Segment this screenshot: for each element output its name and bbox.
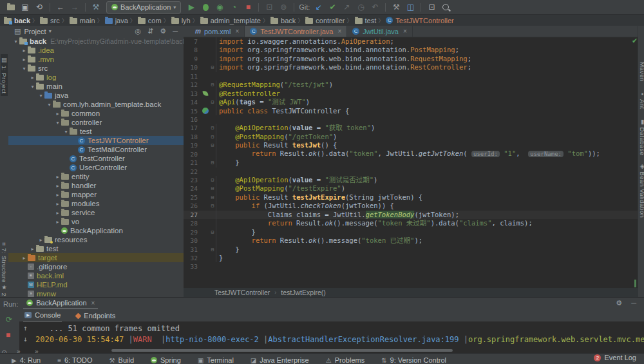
fold-icon[interactable]: ⊟ — [209, 141, 216, 149]
rollback-icon[interactable]: ↶ — [370, 1, 380, 13]
horizontal-scrollbar[interactable] — [111, 349, 453, 352]
line-number[interactable]: 32 — [184, 254, 201, 262]
toolwindow-button-9versioncontrol[interactable]: ⇅9: Version Control — [381, 356, 446, 364]
tree-item-entity[interactable]: ▸entity — [8, 172, 184, 181]
fold-icon[interactable]: ⊟ — [209, 245, 216, 254]
breadcrumb-item-controller[interactable]: controller — [305, 17, 345, 24]
project-panel-title[interactable]: Project — [24, 28, 46, 35]
expanded-arrow-icon[interactable]: ▾ — [29, 84, 36, 90]
event-log[interactable]: 2 Event Log — [594, 354, 636, 361]
search-icon[interactable] — [440, 1, 451, 13]
expanded-arrow-icon[interactable]: ▾ — [46, 102, 53, 108]
run-icon[interactable]: ▶ — [186, 1, 196, 13]
tree-item-HELP.md[interactable]: MHELP.md — [8, 280, 184, 289]
tree-item-service[interactable]: ▸service — [8, 208, 184, 217]
hide-panel-icon[interactable]: ─ — [173, 27, 178, 35]
wrench-icon[interactable]: ⚒ — [391, 1, 401, 13]
fold-icon[interactable]: ⊟ — [209, 158, 216, 167]
forward-icon[interactable]: → — [70, 1, 80, 13]
editor-tab-JwtUtil.java[interactable]: CJwtUtil.java× — [347, 26, 412, 37]
tree-item-TestController[interactable]: CTestController — [8, 154, 184, 163]
fold-icon[interactable]: ⊟ — [209, 124, 216, 132]
settings-icon[interactable]: ⚙ — [160, 27, 166, 35]
line-number[interactable]: 15 — [184, 107, 201, 115]
expanded-arrow-icon[interactable]: ▾ — [12, 39, 19, 44]
vcs-commit-icon[interactable]: ✔ — [327, 1, 337, 13]
breadcrumb-item-back[interactable]: back — [270, 17, 296, 24]
scroll-up-icon[interactable]: ↑ — [23, 324, 28, 332]
breadcrumb-item-main[interactable]: main — [70, 17, 95, 24]
breadcrumb-method[interactable]: testJwtExpire() — [281, 289, 325, 296]
tree-item-main[interactable]: ▾main — [8, 82, 184, 91]
collapsed-arrow-icon[interactable]: ▸ — [21, 48, 28, 53]
tree-item-test[interactable]: ▾test — [8, 127, 184, 136]
history-icon[interactable]: ◷ — [355, 1, 366, 13]
attach-icon[interactable]: ⊚ — [278, 1, 289, 13]
tree-item-vo[interactable]: ▸vo — [8, 217, 184, 226]
stripe-maven[interactable]: Maven — [639, 62, 644, 82]
tree-item-.gitignore[interactable]: ◦.gitignore — [8, 262, 184, 271]
line-number[interactable]: 13 — [184, 90, 201, 98]
tree-item-back.iml[interactable]: ≡back.iml — [8, 271, 184, 280]
locate-icon[interactable]: ◎ — [135, 27, 142, 35]
breadcrumb-item-java[interactable]: java — [105, 17, 128, 24]
rerun-icon[interactable]: ⟳ — [6, 315, 12, 324]
tree-item-.mvn[interactable]: ▸.mvn — [8, 55, 184, 64]
line-number[interactable]: 28 — [184, 219, 201, 227]
line-number[interactable]: 17 — [184, 124, 201, 132]
fold-icon[interactable]: ⊟ — [209, 81, 216, 89]
line-number[interactable]: 21 — [184, 158, 201, 167]
vcs-push-icon[interactable]: ↗ — [341, 1, 352, 13]
toolwindow-button-build[interactable]: ⚒Build — [109, 356, 134, 364]
line-number[interactable]: 7 — [184, 37, 201, 46]
collapsed-arrow-icon[interactable]: ▸ — [54, 111, 61, 117]
scroll-down-icon[interactable]: ↓ — [23, 335, 28, 343]
stripe-structure[interactable]: ≡ 7: Structure — [1, 242, 8, 283]
close-icon[interactable]: × — [337, 28, 341, 35]
collapsed-arrow-icon[interactable]: ▸ — [21, 255, 28, 261]
toolwindow-button-6todo[interactable]: ≡6: TODO — [57, 356, 92, 364]
collapsed-arrow-icon[interactable]: ▸ — [54, 219, 61, 225]
line-number[interactable]: 33 — [184, 262, 201, 271]
fold-icon[interactable]: ⊟ — [209, 228, 216, 236]
run-settings-icon[interactable]: ⚙ — [616, 299, 622, 307]
tree-item-BackApplication[interactable]: BackApplication — [8, 226, 184, 235]
tree-item-back[interactable]: ▾backE:\myProject\myGit\admin-vue-templa… — [8, 37, 184, 46]
tree-item-UserController[interactable]: CUserController — [8, 163, 184, 172]
fold-icon[interactable]: ⊟ — [209, 193, 216, 202]
tree-item-controller[interactable]: ▾controller — [8, 118, 184, 127]
runclass-gutter-icon[interactable] — [201, 108, 209, 114]
profiler-icon[interactable]: ◔ — [229, 1, 239, 13]
toolwindow-button-4run[interactable]: ▶4: Run — [12, 356, 41, 364]
breadcrumb-class[interactable]: TestJWTController — [214, 289, 270, 296]
tree-item-test[interactable]: ▸test — [8, 244, 184, 253]
open-folder-icon[interactable] — [6, 1, 16, 13]
line-number[interactable]: 25 — [184, 193, 201, 202]
run-tab-console[interactable]: ▶Console — [23, 309, 62, 322]
breadcrumb-item-src[interactable]: src — [40, 17, 60, 24]
line-number[interactable]: 26 — [184, 202, 201, 210]
close-icon[interactable]: × — [235, 28, 239, 35]
toolwindow-button-terminal[interactable]: ▣Terminal — [198, 356, 234, 364]
line-number[interactable]: 11 — [184, 72, 201, 81]
collapsed-arrow-icon[interactable]: ▸ — [29, 75, 36, 81]
collapsed-arrow-icon[interactable]: ▸ — [54, 174, 61, 180]
toolwindow-button-spring[interactable]: Spring — [151, 356, 181, 364]
save-all-icon[interactable]: ▣ — [20, 1, 30, 13]
line-number[interactable]: 29 — [184, 228, 201, 236]
fold-icon[interactable]: ⊟ — [209, 184, 216, 193]
tree-item-mvnw[interactable]: »mvnw — [8, 289, 184, 297]
collapse-all-icon[interactable]: ⇵ — [147, 27, 153, 35]
tree-item-modules[interactable]: ▸modules — [8, 199, 184, 208]
line-number[interactable]: 12 — [184, 81, 201, 89]
fold-icon[interactable]: ⊟ — [209, 98, 216, 106]
expanded-arrow-icon[interactable]: ▾ — [62, 129, 70, 135]
collapsed-arrow-icon[interactable]: ▸ — [54, 183, 61, 189]
line-number[interactable]: 18 — [184, 133, 201, 141]
tree-item-src[interactable]: ▾src — [8, 64, 184, 73]
toolwindow-button-problems[interactable]: ⚠Problems — [326, 356, 365, 364]
tree-item-resources[interactable]: ▸resources — [8, 235, 184, 244]
breadcrumb-item-com[interactable]: com — [138, 17, 162, 24]
line-number[interactable]: 23 — [184, 176, 201, 184]
expanded-arrow-icon[interactable]: ▾ — [21, 66, 28, 72]
